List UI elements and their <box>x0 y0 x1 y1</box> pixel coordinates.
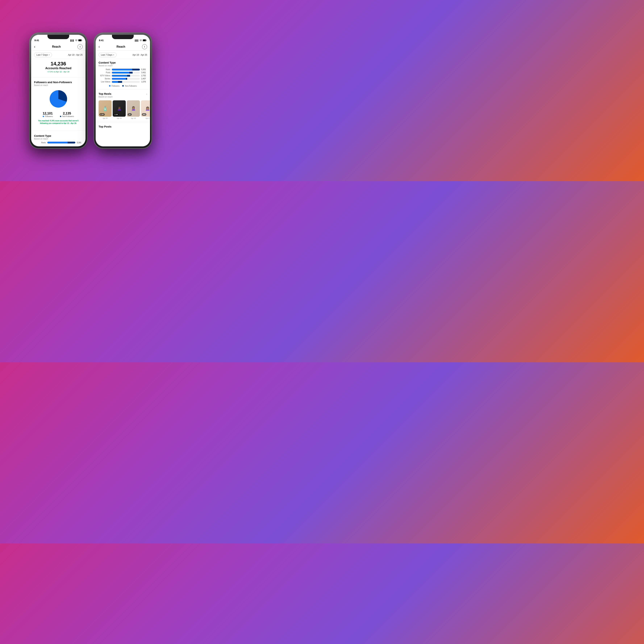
left-screen-content: 14,236 Accounts Reached +7.3% vs Apr 12 … <box>31 59 86 146</box>
left-content-type-title: Content Type <box>34 134 83 137</box>
followers-dot <box>43 116 44 117</box>
right-thumb-4[interactable]: 🙍🏾‍♀️ 900 Apr 2 <box>141 100 150 119</box>
right-content-type-title: Content Type <box>99 61 147 64</box>
right-content-type-subtitle: Based on reach <box>99 64 147 67</box>
right-legend-followers: Followers <box>109 85 120 87</box>
right-top-reels-title: Top Reels <box>99 92 112 95</box>
right-bar-track-posts <box>112 72 140 74</box>
right-top-reels-title-block: Top Reels Based on reach <box>99 92 112 100</box>
left-nav-title: Reach <box>52 45 61 48</box>
right-thumb-3[interactable]: 🙎🏾‍♀️ 1K Apr 19 <box>127 100 140 119</box>
right-back-button[interactable]: ‹ <box>99 45 100 49</box>
reach-note: You reached +5.4% more accounts that wer… <box>34 118 83 126</box>
right-status-time: 9:41 <box>99 39 104 42</box>
right-bars-container: Reels 5,301 <box>99 68 147 83</box>
bar-value-reels: 5,301 <box>77 142 83 144</box>
right-notch <box>112 35 134 39</box>
right-battery-icon <box>143 39 147 42</box>
left-divider-2 <box>31 130 86 131</box>
right-thumb-date-2: Apr 25 <box>113 117 126 119</box>
right-phone-frame: 9:41 ▌▌▌ <box>94 33 152 149</box>
right-bar-label-reels: Reels <box>99 68 110 70</box>
left-period-selector[interactable]: Last 7 Days ▾ <box>34 53 52 57</box>
right-thumb-count-2: 1.1K <box>114 113 119 116</box>
accounts-label: Accounts Reached <box>31 67 86 70</box>
left-phone: 9:41 ▌▌▌ <box>29 33 87 149</box>
right-period-selector[interactable]: Last 7 Days ▾ <box>99 53 116 57</box>
left-notch <box>47 35 69 39</box>
followers-label: Followers <box>43 115 53 117</box>
right-bar-value-posts: 3,451 <box>141 72 147 74</box>
right-bar-value-live: 1,576 <box>141 81 147 83</box>
followers-count: 12,101 <box>43 112 53 115</box>
right-bar-value-igtv: 2,702 <box>141 75 147 77</box>
right-bar-track-igtv <box>112 75 140 77</box>
right-thumb-img-3: 🙎🏾‍♀️ 1K <box>127 100 140 117</box>
followers-title: Followers and Non-Followers <box>34 81 83 84</box>
right-status-icons: ▌▌▌ <box>135 39 147 42</box>
left-period-label: Last 7 Days <box>36 54 48 56</box>
nonfollowers-dot <box>60 116 61 117</box>
left-phone-screen: 9:41 ▌▌▌ <box>31 35 86 146</box>
right-phone-screen: 9:41 ▌▌▌ <box>96 35 150 146</box>
right-top-reels-subtitle: Based on reach <box>99 96 112 98</box>
right-period-chevron: ▾ <box>113 54 114 56</box>
right-top-posts-header: Top Posts <box>96 123 150 129</box>
right-thumb-img-4: 🙍🏾‍♀️ 900 <box>141 100 150 117</box>
right-date-range: Apr 19 - Apr 25 <box>132 54 147 56</box>
right-signal-icon: ▌▌▌ <box>135 39 139 41</box>
right-screen-content: Content Type Based on reach Reels <box>96 59 150 146</box>
left-period-chevron: ▾ <box>49 54 50 56</box>
right-bar-label-stories: Stories <box>99 78 110 80</box>
right-bar-row-posts: Posts 3,451 <box>99 72 147 74</box>
left-content-type-section: Content Type Based on reach Reels <box>31 132 86 144</box>
followers-stats: 12,101 Followers 2,135 Non-Fo <box>34 112 83 117</box>
right-phone: 9:41 ▌▌▌ <box>94 33 152 149</box>
right-bar-track-live <box>112 81 140 83</box>
right-top-reels-chevron[interactable]: › <box>146 93 147 95</box>
left-battery-icon <box>78 39 82 42</box>
left-nav-bar: ‹ Reach i <box>31 43 86 51</box>
right-bar-row-reels: Reels 5,301 <box>99 68 147 70</box>
right-thumb-1[interactable]: 🧴 2.3K Apr 23 <box>99 100 112 119</box>
bar-row-reels: Reels 5,301 <box>34 142 83 144</box>
right-followers-dot <box>109 85 111 87</box>
right-top-reels-header: Top Reels Based on reach › <box>96 90 150 100</box>
bar-label-reels: Reels <box>34 142 46 144</box>
right-thumb-count-4: 900 <box>142 113 146 116</box>
right-top-posts-title: Top Posts <box>99 125 147 128</box>
right-bar-label-posts: Posts <box>99 72 110 74</box>
right-nav-title: Reach <box>116 45 125 48</box>
right-divider-2 <box>96 121 150 121</box>
right-legend-nonfollowers: Non-Followers <box>122 85 137 87</box>
left-content-type-subtitle: Based on reach <box>34 138 83 140</box>
phones-container: 9:41 ▌▌▌ <box>29 33 152 149</box>
right-bar-track-stories <box>112 78 140 80</box>
left-status-icons: ▌▌▌ <box>70 39 82 42</box>
right-thumb-img-1: 🧴 2.3K <box>99 100 112 117</box>
right-thumb-img-2: 🙎🏾‍♀️ 1.1K <box>113 100 126 117</box>
right-thumb-date-1: Apr 23 <box>99 117 112 119</box>
svg-rect-1 <box>79 40 81 41</box>
right-thumb-date-4: Apr 2 <box>141 117 150 119</box>
right-filter-bar: Last 7 Days ▾ Apr 19 - Apr 25 <box>96 51 150 59</box>
right-nav-bar: ‹ Reach i <box>96 43 150 51</box>
accounts-reached-section: 14,236 Accounts Reached +7.3% vs Apr 12 … <box>31 59 86 76</box>
right-bar-label-live: Live Videos <box>99 81 110 83</box>
left-signal-icon: ▌▌▌ <box>70 39 74 41</box>
left-info-button[interactable]: i <box>78 44 83 49</box>
left-filter-bar: Last 7 Days ▾ Apr 19 - Apr 25 <box>31 51 86 59</box>
right-thumb-2[interactable]: 🙎🏾‍♀️ 1.1K Apr 25 <box>113 100 126 119</box>
left-phone-frame: 9:41 ▌▌▌ <box>29 33 87 149</box>
pie-container <box>34 88 83 110</box>
right-bar-value-reels: 5,301 <box>141 68 147 70</box>
nonfollowers-label: Non-Followers <box>60 115 74 117</box>
reach-note-highlight: +5.4% <box>49 120 55 122</box>
right-bar-track-reels <box>112 69 140 70</box>
bar-track-reels <box>47 142 75 143</box>
right-info-button[interactable]: i <box>142 44 147 49</box>
followers-section: Followers and Non-Followers Based on rea… <box>31 79 86 129</box>
followers-subtitle: Based on reach <box>34 84 83 86</box>
right-bar-label-igtv: IGTV Videos <box>99 75 110 77</box>
left-back-button[interactable]: ‹ <box>34 45 35 49</box>
